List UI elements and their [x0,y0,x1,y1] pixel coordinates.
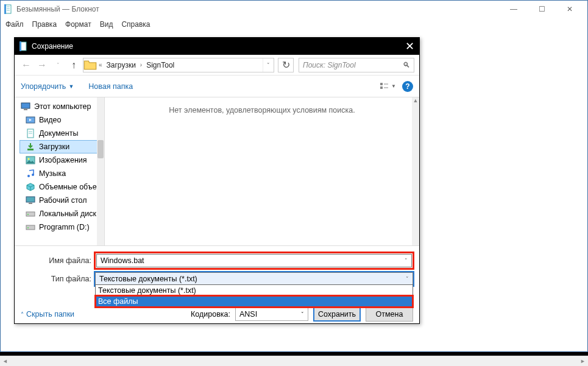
menubar: Файл Правка Формат Вид Справка [1,18,587,31]
dialog-footer: Имя файла: Windows.bat ˅ Тип файла: Текс… [15,245,419,323]
item-icon [26,195,35,205]
help-button[interactable]: ? [402,81,413,92]
item-icon [26,169,35,178]
forward-button[interactable]: → [35,58,49,72]
svg-rect-24 [29,203,32,204]
pc-icon [21,102,30,111]
filetype-select[interactable]: Текстовые документы (*.txt) ˅ [95,272,413,286]
svg-rect-7 [380,83,383,85]
svg-rect-12 [24,109,27,110]
empty-message: Нет элементов, удовлетворяющих условиям … [105,106,419,114]
notepad-icon [19,41,28,51]
tree-item[interactable]: Музыка [19,167,104,180]
tree-item[interactable]: Локальный диск [19,207,104,220]
page-scrollbar[interactable]: ◄► [0,356,588,366]
window-title: Безымянный — Блокнот [16,5,99,13]
menu-edit[interactable]: Правка [32,20,57,29]
svg-rect-23 [26,197,35,202]
tree-item[interactable]: Объемные объекты [19,180,104,194]
new-folder-button[interactable]: Новая папка [88,82,133,91]
filetype-option[interactable]: Текстовые документы (*.txt) [96,285,413,296]
svg-rect-8 [380,86,383,89]
organize-menu[interactable]: Упорядочить ▼ [21,82,74,91]
svg-rect-11 [21,103,30,108]
notepad-window: Безымянный — Блокнот — ☐ ✕ Файл Правка Ф… [0,0,588,352]
svg-rect-1 [4,4,6,14]
breadcrumb-sep: « [97,62,104,68]
search-input[interactable]: Поиск: SignTool 🔍︎ [299,58,414,72]
svg-point-26 [27,214,29,215]
tree-item[interactable]: Видео [19,113,104,127]
chevron-down-icon: ˅ [301,311,304,317]
breadcrumb-bar[interactable]: « Загрузки › SignTool ˅ [83,58,274,72]
svg-rect-6 [19,41,21,51]
item-icon [26,182,35,192]
item-icon [26,142,35,152]
refresh-button[interactable]: ↻ [278,58,294,72]
tree-item[interactable]: Загрузки [19,140,104,153]
close-button[interactable]: ✕ [556,1,584,18]
window-controls: — ☐ ✕ [500,1,584,18]
menu-file[interactable]: Файл [5,20,24,29]
encoding-label: Кодировка: [191,310,230,318]
nav-tree: Этот компьютерВидеоДокументыЗагрузкиИзоб… [15,97,105,245]
tree-item[interactable]: Programm (D:) [19,220,104,234]
up-button[interactable]: ↑ [67,58,80,72]
filename-label: Имя файла: [21,256,95,265]
menu-help[interactable]: Справка [121,20,150,29]
item-icon [26,222,35,232]
filetype-dropdown: Текстовые документы (*.txt) Все файлы [95,284,413,308]
back-button[interactable]: ← [19,58,33,72]
save-dialog: Сохранение ✕ ← → ˅ ↑ « Загрузки › SignTo… [14,37,420,324]
dialog-title: Сохранение [32,42,73,51]
search-icon: 🔍︎ [403,61,410,69]
svg-point-21 [27,175,30,177]
save-button[interactable]: Сохранить [313,307,361,322]
filetype-label: Тип файла: [21,275,95,283]
folder-icon [83,58,97,72]
chevron-down-icon: ▼ [68,83,74,90]
item-icon [26,115,35,125]
svg-point-22 [32,174,34,176]
breadcrumb-history[interactable]: ˅ [263,58,274,72]
encoding-select[interactable]: ANSI ˅ [235,308,308,321]
tree-root[interactable]: Этот компьютер [19,100,104,113]
svg-rect-27 [26,225,35,230]
file-list[interactable]: Нет элементов, удовлетворяющих условиям … [105,97,419,245]
dialog-toolbar: Упорядочить ▼ Новая папка ▼ ? [15,76,419,97]
filename-input[interactable]: Windows.bat ˅ [96,254,412,267]
hide-folders-toggle[interactable]: ˄ Скрыть папки [21,310,74,318]
search-placeholder: Поиск: SignTool [303,61,356,69]
dialog-titlebar: Сохранение ✕ [15,38,419,55]
menu-format[interactable]: Формат [65,20,91,29]
chevron-down-icon[interactable]: ˅ [406,276,409,282]
item-icon [26,128,35,138]
svg-rect-18 [27,149,34,150]
address-bar-row: ← → ˅ ↑ « Загрузки › SignTool ˅ ↻ Поиск:… [15,55,419,76]
svg-point-20 [28,158,30,160]
minimize-button[interactable]: — [500,1,528,18]
dialog-close-button[interactable]: ✕ [405,40,414,53]
dialog-body: Этот компьютерВидеоДокументыЗагрузкиИзоб… [15,97,419,245]
svg-rect-25 [26,212,35,216]
item-icon [26,209,35,219]
menu-view[interactable]: Вид [100,20,113,29]
cancel-button[interactable]: Отмена [366,307,413,322]
notepad-icon [4,4,13,14]
file-scrollbar[interactable]: ▲ [412,97,419,245]
recent-locations[interactable]: ˅ [51,58,65,72]
breadcrumb-part[interactable]: SignTool [144,61,177,69]
maximize-button[interactable]: ☐ [528,1,556,18]
svg-point-28 [27,227,29,228]
tree-item[interactable]: Документы [19,127,104,140]
titlebar: Безымянный — Блокнот — ☐ ✕ [1,1,587,18]
breadcrumb-part[interactable]: Загрузки [104,61,138,69]
chevron-down-icon[interactable]: ˅ [405,258,408,264]
tree-item[interactable]: Изображения [19,153,104,167]
chevron-right-icon: › [138,62,144,68]
item-icon [26,155,35,165]
filetype-option[interactable]: Все файлы [96,296,413,307]
tree-item[interactable]: Рабочий стол [19,194,104,207]
tree-scrollbar[interactable] [97,97,104,245]
view-options[interactable]: ▼ [380,82,396,91]
